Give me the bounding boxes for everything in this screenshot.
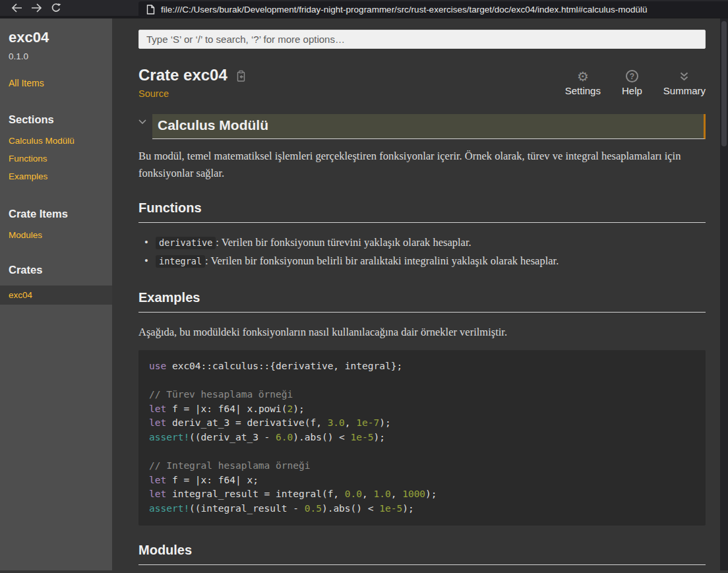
browser-toolbar: file:///C:/Users/burak/Development/frida… [0, 0, 728, 18]
sidebar-item-functions[interactable]: Functions [9, 154, 107, 164]
collapse-toggle-chevron-icon[interactable] [138, 114, 149, 139]
function-list: derivative: Verilen bir fonksiyonun türe… [138, 233, 706, 270]
sidebar-item-examples[interactable]: Examples [9, 171, 107, 181]
code-line: let integral_result = integral(f, 0.0, 1… [149, 487, 695, 502]
list-item: integral: Verilen bir fonksiyonun belirl… [138, 252, 706, 270]
reload-button[interactable] [46, 0, 66, 16]
derivative-code: derivative [156, 237, 216, 249]
back-arrow-icon [11, 3, 22, 13]
functions-heading[interactable]: Functions [138, 200, 706, 223]
url-text: file:///C:/Users/burak/Development/frida… [161, 5, 648, 15]
module-intro-paragraph: Bu modül, temel matematiksel işlemleri g… [138, 148, 706, 182]
double-chevron-down-icon [679, 69, 689, 83]
code-line: // Integral hesaplama örneği [149, 459, 695, 473]
example-code-block: use exc04::calculus::{derivative, integr… [138, 350, 706, 526]
sidebar-crate-version: 0.1.0 [9, 51, 107, 61]
code-line: assert!((deriv_at_3 - 6.0).abs() < 1e-5)… [149, 431, 695, 445]
code-line: let f = |x: f64| x; [149, 473, 695, 488]
derivative-description: : Verilen bir fonksiyonun türevini yakla… [216, 236, 471, 249]
code-line: let deriv_at_3 = derivative(f, 3.0, 1e-7… [149, 416, 695, 431]
scrollbar-thumb[interactable] [721, 21, 727, 146]
url-bar[interactable]: file:///C:/Users/burak/Development/frida… [138, 1, 728, 17]
help-label: Help [622, 85, 642, 96]
sidebar-item-modules[interactable]: Modules [9, 230, 107, 240]
forward-arrow-icon [31, 3, 42, 13]
summary-button[interactable]: Summary [663, 69, 706, 96]
sidebar-item-calculus-modulu[interactable]: Calculus Modülü [9, 136, 107, 146]
gear-icon: ⚙ [577, 70, 589, 83]
examples-heading[interactable]: Examples [138, 290, 706, 313]
header-actions: ⚙ Settings ? Help Summary [565, 66, 706, 96]
code-line [149, 445, 695, 460]
sidebar-all-items-link[interactable]: All Items [9, 78, 107, 88]
sidebar: exc04 0.1.0 All Items Sections Calculus … [0, 18, 112, 570]
scrollbar-track[interactable] [720, 18, 728, 570]
reload-icon [51, 3, 61, 13]
settings-label: Settings [565, 85, 601, 96]
code-line: use exc04::calculus::{derivative, integr… [149, 359, 695, 374]
copy-path-button[interactable] [235, 68, 247, 82]
code-line: assert!((integral_result - 0.5).abs() < … [149, 502, 695, 516]
main-content: Crate exc04 Source ⚙ [112, 18, 728, 570]
clipboard-icon [235, 70, 247, 82]
question-circle-icon: ? [626, 70, 638, 82]
integral-description: : Verilen bir fonksiyonun belirli bir ar… [205, 255, 559, 267]
settings-button[interactable]: ⚙ Settings [565, 69, 601, 96]
sidebar-current-crate-row[interactable]: exc04 [0, 286, 112, 305]
modules-heading[interactable]: Modules [138, 543, 706, 565]
searchbar [138, 30, 706, 49]
code-line [149, 374, 695, 388]
source-link[interactable]: Source [138, 88, 169, 99]
sidebar-crates-heading: Crates [9, 264, 107, 276]
search-input[interactable] [138, 30, 706, 49]
integral-code: integral [156, 255, 205, 268]
section-heading-calculus-modulu[interactable]: Calculus Modülü [152, 114, 706, 139]
sidebar-crate-title[interactable]: exc04 [9, 29, 107, 46]
document-icon [146, 5, 155, 15]
list-item: derivative: Verilen bir fonksiyonun türe… [138, 233, 706, 252]
help-button[interactable]: ? Help [622, 69, 642, 96]
forward-button[interactable] [26, 0, 46, 16]
code-line: // Türev hesaplama örneği [149, 388, 695, 402]
back-button[interactable] [7, 0, 26, 16]
summary-label: Summary [663, 85, 706, 96]
sidebar-sections-heading: Sections [9, 113, 107, 126]
sidebar-item-exc04[interactable]: exc04 [9, 290, 32, 300]
sidebar-crate-items-heading: Crate Items [9, 208, 107, 220]
code-line: let f = |x: f64| x.powi(2); [149, 402, 695, 417]
page-title: Crate exc04 [138, 66, 228, 84]
main-header: Crate exc04 Source ⚙ [138, 66, 706, 100]
examples-intro-paragraph: Aşağıda, bu modüldeki fonksiyonların nas… [138, 324, 706, 341]
